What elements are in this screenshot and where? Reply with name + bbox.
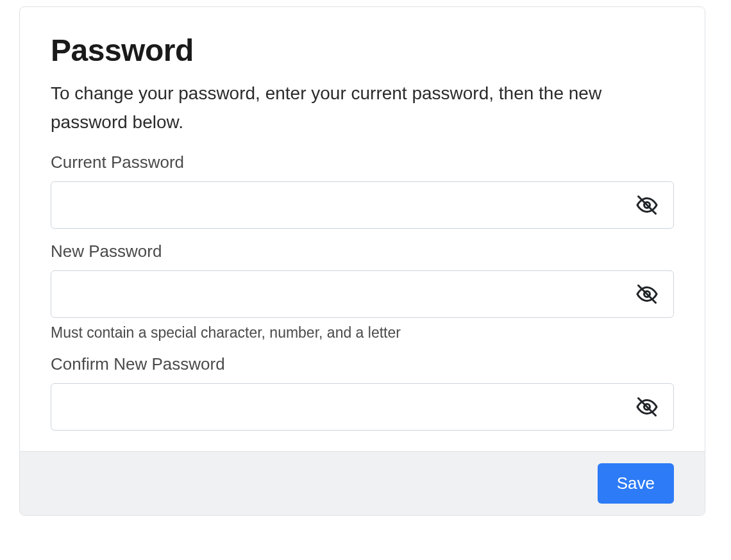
password-card: Password To change your password, enter … [19,6,705,516]
confirm-password-group: Confirm New Password [51,354,674,431]
save-button[interactable]: Save [598,463,674,504]
current-password-wrapper [51,181,674,229]
card-body: Password To change your password, enter … [20,7,705,451]
eye-off-icon[interactable] [633,280,661,308]
confirm-password-input[interactable] [51,383,674,431]
new-password-wrapper [51,270,674,318]
card-footer: Save [20,451,705,515]
new-password-help: Must contain a special character, number… [51,324,674,342]
current-password-group: Current Password [51,152,674,229]
new-password-group: New Password Must contain a special char… [51,242,674,342]
new-password-input[interactable] [51,270,674,318]
eye-off-icon[interactable] [633,191,661,219]
eye-off-icon[interactable] [633,393,661,421]
confirm-password-label: Confirm New Password [51,354,674,374]
new-password-label: New Password [51,242,674,261]
current-password-input[interactable] [51,181,674,229]
card-title: Password [51,33,674,68]
current-password-label: Current Password [51,152,674,172]
confirm-password-wrapper [51,383,674,431]
card-description: To change your password, enter your curr… [51,79,674,137]
